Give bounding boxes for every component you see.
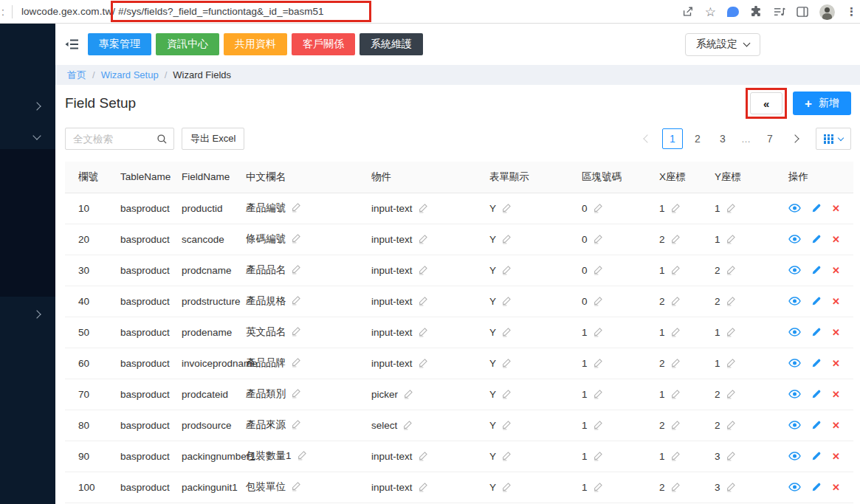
view-eye-icon[interactable] — [788, 203, 801, 213]
edit-pencil-icon[interactable] — [291, 419, 301, 429]
edit-pencil-icon[interactable] — [291, 202, 301, 213]
edit-pencil-icon[interactable] — [593, 482, 603, 492]
reading-list-icon[interactable] — [773, 7, 785, 18]
export-excel-button[interactable]: 导出 Excel — [182, 128, 244, 150]
collapse-panel-button[interactable]: « — [750, 92, 782, 114]
edit-pencil-icon[interactable] — [726, 420, 736, 430]
delete-icon[interactable]: ✕ — [832, 452, 840, 461]
edit-pencil-icon[interactable] — [726, 234, 736, 244]
nav-button-3[interactable]: 共用資料 — [224, 33, 287, 55]
edit-icon[interactable] — [811, 420, 822, 430]
sidebar-collapse-icon[interactable] — [32, 131, 41, 139]
edit-pencil-icon[interactable] — [291, 357, 301, 367]
view-eye-icon[interactable] — [788, 265, 801, 275]
view-eye-icon[interactable] — [788, 420, 801, 430]
delete-icon[interactable]: ✕ — [832, 483, 840, 492]
edit-icon[interactable] — [811, 203, 822, 213]
edit-pencil-icon[interactable] — [291, 481, 301, 491]
delete-icon[interactable]: ✕ — [832, 421, 840, 430]
pagination-next-icon[interactable] — [785, 128, 805, 149]
delete-icon[interactable]: ✕ — [832, 359, 840, 368]
breadcrumb-item[interactable]: Wizard Setup — [101, 69, 159, 80]
edit-pencil-icon[interactable] — [726, 296, 736, 306]
pagination-page-1[interactable]: 1 — [662, 128, 683, 149]
edit-pencil-icon[interactable] — [670, 451, 681, 461]
edit-pencil-icon[interactable] — [418, 234, 428, 244]
edit-icon[interactable] — [811, 358, 822, 368]
edit-pencil-icon[interactable] — [418, 296, 428, 306]
browser-menu-icon[interactable]: ⋮ — [846, 5, 857, 18]
column-settings-dropdown[interactable] — [816, 128, 851, 150]
edit-pencil-icon[interactable] — [501, 420, 512, 430]
edit-pencil-icon[interactable] — [501, 234, 512, 244]
delete-icon[interactable]: ✕ — [832, 204, 840, 213]
edit-pencil-icon[interactable] — [726, 265, 736, 275]
edit-icon[interactable] — [811, 389, 822, 399]
nav-button-1[interactable]: 專案管理 — [88, 33, 151, 55]
edit-pencil-icon[interactable] — [726, 327, 736, 337]
edit-pencil-icon[interactable] — [501, 327, 512, 337]
edit-pencil-icon[interactable] — [726, 203, 736, 213]
edit-pencil-icon[interactable] — [402, 420, 413, 430]
delete-icon[interactable]: ✕ — [832, 328, 840, 337]
edit-pencil-icon[interactable] — [291, 326, 301, 336]
edit-pencil-icon[interactable] — [418, 327, 428, 337]
edit-pencil-icon[interactable] — [418, 451, 428, 461]
edit-pencil-icon[interactable] — [593, 265, 603, 275]
edit-pencil-icon[interactable] — [670, 358, 681, 368]
edit-pencil-icon[interactable] — [291, 264, 301, 275]
delete-icon[interactable]: ✕ — [832, 390, 840, 399]
edit-icon[interactable] — [811, 265, 822, 275]
edit-pencil-icon[interactable] — [593, 358, 603, 368]
edit-pencil-icon[interactable] — [418, 203, 428, 213]
edit-pencil-icon[interactable] — [593, 451, 603, 461]
search-input[interactable] — [66, 134, 156, 145]
view-eye-icon[interactable] — [788, 234, 801, 244]
edit-pencil-icon[interactable] — [291, 295, 301, 305]
pagination-page-3[interactable]: 3 — [712, 128, 733, 149]
edit-pencil-icon[interactable] — [297, 450, 307, 460]
system-settings-dropdown[interactable]: 系統設定 — [685, 33, 760, 56]
search-icon[interactable] — [156, 134, 168, 145]
side-panel-icon[interactable] — [797, 7, 808, 17]
edit-pencil-icon[interactable] — [726, 358, 736, 368]
chat-extension-icon[interactable] — [727, 7, 739, 17]
profile-avatar[interactable] — [819, 4, 835, 20]
edit-icon[interactable] — [811, 296, 822, 306]
edit-pencil-icon[interactable] — [670, 234, 681, 244]
edit-pencil-icon[interactable] — [501, 482, 512, 492]
edit-pencil-icon[interactable] — [291, 388, 301, 398]
nav-button-2[interactable]: 資訊中心 — [156, 33, 219, 55]
edit-pencil-icon[interactable] — [670, 296, 681, 306]
edit-pencil-icon[interactable] — [418, 265, 428, 275]
pagination-page-2[interactable]: 2 — [687, 128, 708, 149]
edit-pencil-icon[interactable] — [670, 265, 681, 275]
edit-pencil-icon[interactable] — [726, 482, 736, 492]
view-eye-icon[interactable] — [788, 389, 801, 399]
edit-pencil-icon[interactable] — [670, 203, 681, 213]
pagination-prev-icon[interactable] — [637, 128, 658, 149]
breadcrumb-item[interactable]: 首页 — [67, 69, 86, 82]
edit-pencil-icon[interactable] — [501, 358, 512, 368]
edit-pencil-icon[interactable] — [501, 389, 512, 399]
puzzle-extensions-icon[interactable] — [750, 6, 762, 18]
delete-icon[interactable]: ✕ — [832, 297, 840, 306]
nav-button-4[interactable]: 客戶關係 — [292, 33, 355, 55]
url-host[interactable]: lowcode.gex.com.tw/ — [21, 6, 115, 17]
edit-pencil-icon[interactable] — [593, 296, 603, 306]
edit-pencil-icon[interactable] — [501, 203, 512, 213]
edit-icon[interactable] — [811, 451, 822, 461]
nav-button-5[interactable]: 系統維護 — [360, 33, 423, 55]
bookmark-star-icon[interactable]: ☆ — [705, 6, 716, 18]
edit-pencil-icon[interactable] — [501, 451, 512, 461]
delete-icon[interactable]: ✕ — [832, 266, 840, 275]
edit-pencil-icon[interactable] — [501, 265, 512, 275]
sidebar-expand-icon[interactable] — [32, 102, 41, 110]
view-eye-icon[interactable] — [788, 451, 801, 461]
sidebar-expand-icon-2[interactable] — [32, 310, 41, 318]
edit-pencil-icon[interactable] — [418, 482, 428, 492]
edit-pencil-icon[interactable] — [593, 327, 603, 337]
edit-pencil-icon[interactable] — [593, 203, 603, 213]
menu-fold-icon[interactable] — [65, 38, 79, 50]
edit-pencil-icon[interactable] — [418, 358, 428, 368]
